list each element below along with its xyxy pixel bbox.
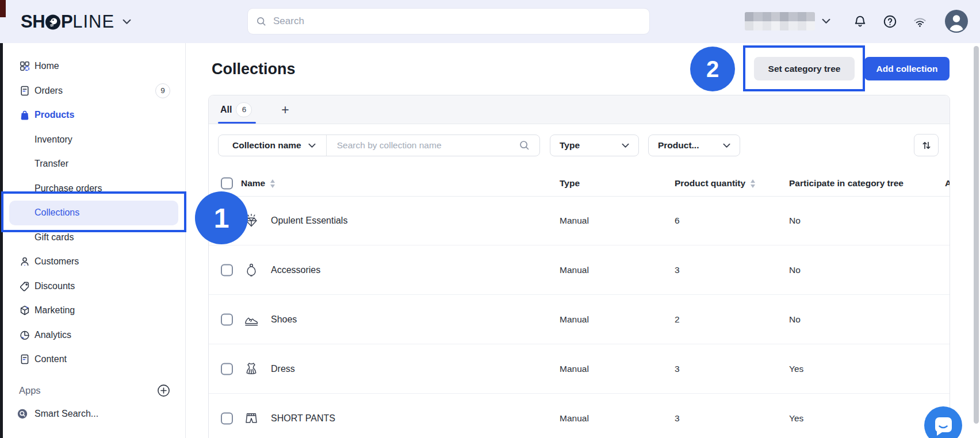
sidebar-item-label: Discounts [35, 281, 75, 291]
tab-all[interactable]: All 6 [220, 95, 252, 124]
sidebar-item-label: Analytics [35, 330, 71, 340]
top-bar: SH P LINE [0, 0, 980, 43]
chat-launcher-button[interactable] [924, 406, 962, 438]
products-icon [19, 109, 30, 121]
product-quantity: 3 [675, 265, 680, 275]
sort-toggle-icon [751, 179, 755, 188]
tab-all-count-badge: 6 [236, 102, 252, 117]
column-header-participate: Participate in category tree [789, 178, 904, 189]
sidebar-item-label: Products [35, 110, 74, 120]
collection-name: Dress [271, 364, 295, 374]
sidebar-item-inventory[interactable]: Inventory [0, 128, 186, 152]
table-row[interactable]: Shoes Manual 2 No [209, 295, 950, 344]
table-body: Opulent Essentials Manual 6 No Accessori… [209, 196, 950, 438]
global-search [247, 8, 650, 34]
page-title: Collections [212, 60, 296, 78]
column-header-product-quantity[interactable]: Product quantity [675, 178, 755, 189]
dress-icon [243, 360, 260, 378]
user-avatar[interactable] [944, 9, 968, 33]
sidebar-item-smart-search[interactable]: Smart Search... [0, 402, 186, 426]
collections-card: All 6 + Collection name Type Product... [208, 95, 950, 438]
orders-icon [19, 85, 30, 97]
table-row[interactable]: Dress Manual 3 Yes [209, 344, 950, 394]
participate-value: No [789, 265, 801, 275]
table-row[interactable]: SHORT PANTS Manual 3 Yes [209, 394, 950, 438]
step-2-annotation-badge: 2 [690, 47, 735, 91]
collection-type: Manual [560, 314, 589, 325]
row-checkbox[interactable] [221, 363, 233, 375]
product-quantity: 6 [675, 216, 680, 226]
smart-search-icon [17, 408, 29, 420]
sidebar-item-home[interactable]: Home [0, 54, 186, 79]
sidebar-item-label: Home [35, 61, 59, 71]
sidebar-item-orders[interactable]: Orders 9 [0, 79, 186, 103]
collection-name: SHORT PANTS [271, 413, 335, 424]
analytics-icon [19, 329, 30, 341]
product-quantity: 3 [675, 413, 680, 424]
sidebar-item-gift-cards[interactable]: Gift cards [0, 225, 186, 250]
type-filter-dropdown[interactable]: Type [550, 135, 639, 156]
apps-label: Apps [19, 385, 41, 396]
table-row[interactable]: Opulent Essentials Manual 6 No [209, 196, 950, 245]
row-checkbox[interactable] [221, 412, 233, 424]
sidebar-item-label: Marketing [35, 305, 75, 316]
sidebar-item-analytics[interactable]: Analytics [0, 323, 186, 348]
vertical-scrollbar-thumb[interactable] [974, 46, 979, 424]
collection-search-input[interactable] [327, 140, 519, 151]
table-header: Name Type Product quantity Participate i… [209, 171, 950, 197]
product-filter-dropdown[interactable]: Product... [648, 135, 740, 156]
search-icon [256, 16, 267, 27]
row-checkbox[interactable] [221, 264, 233, 276]
shorts-icon [243, 410, 260, 427]
add-tab-button[interactable]: + [277, 101, 294, 118]
sidebar-item-purchase-orders[interactable]: Purchase orders [0, 176, 186, 201]
collection-type: Manual [560, 413, 589, 424]
row-checkbox[interactable] [221, 313, 233, 325]
column-header-name[interactable]: Name [241, 178, 275, 189]
collection-type: Manual [560, 216, 589, 226]
add-app-plus-icon[interactable] [157, 384, 170, 397]
global-search-input[interactable] [272, 15, 641, 28]
sidebar-item-transfer[interactable]: Transfer [0, 152, 186, 176]
shopline-logo-menu[interactable]: SH P LINE [21, 10, 131, 33]
sidebar-section-apps: Apps [0, 378, 186, 402]
search-field-selector[interactable]: Collection name [219, 135, 326, 156]
store-account-menu[interactable] [745, 12, 830, 30]
sidebar-item-collections[interactable]: Collections [9, 201, 178, 225]
sidebar-item-label: Smart Search... [35, 409, 98, 419]
sidebar-item-customers[interactable]: Customers [0, 249, 186, 274]
wifi-status-icon[interactable] [912, 14, 928, 29]
set-category-tree-button[interactable]: Set category tree [754, 57, 855, 80]
logo-text: SH [21, 11, 45, 32]
screen-corner-artifact [0, 0, 6, 17]
add-collection-button[interactable]: Add collection [864, 57, 950, 80]
blurred-store-name [745, 12, 815, 30]
collection-type: Manual [560, 265, 589, 275]
sort-arrows-icon [921, 140, 932, 151]
participate-value: No [789, 216, 801, 226]
pendant-icon [243, 262, 260, 279]
sidebar-item-label: Content [35, 354, 67, 364]
sidebar-item-label: Transfer [35, 159, 68, 169]
select-all-checkbox[interactable] [221, 178, 233, 190]
active-tab-underline [218, 122, 256, 124]
shopline-bird-icon [44, 13, 62, 30]
sidebar-item-discounts[interactable]: Discounts [0, 274, 186, 299]
sort-button[interactable] [914, 134, 939, 156]
help-icon[interactable] [882, 14, 898, 29]
column-header-type: Type [560, 178, 580, 189]
sort-toggle-icon [270, 179, 275, 188]
notifications-bell-icon[interactable] [852, 14, 868, 29]
sidebar-item-products[interactable]: Products [0, 103, 186, 128]
sidebar-item-content[interactable]: Content [0, 347, 186, 372]
table-row[interactable]: Accessories Manual 3 No [209, 245, 950, 295]
product-quantity: 2 [675, 314, 680, 325]
marketing-icon [19, 305, 30, 316]
collection-search-filter: Collection name [218, 135, 540, 156]
chevron-down-icon [122, 19, 131, 25]
sidebar-item-marketing[interactable]: Marketing [0, 298, 186, 323]
product-quantity: 3 [675, 364, 680, 374]
search-icon [519, 140, 530, 151]
tab-strip: All 6 + [209, 95, 950, 124]
home-icon [19, 60, 30, 72]
